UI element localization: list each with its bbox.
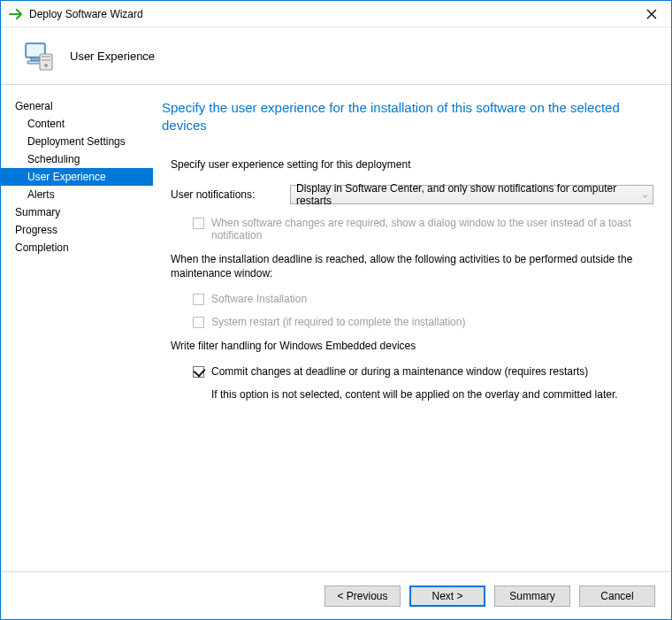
window-title: Deploy Software Wizard xyxy=(29,8,143,20)
wizard-window: Deploy Software Wizard User Experience xyxy=(0,0,672,620)
software-install-checkbox xyxy=(193,294,204,305)
section-intro: Specify user experience setting for this… xyxy=(162,158,653,171)
wizard-content: Specify the user experience for the inst… xyxy=(153,85,671,571)
system-restart-label: System restart (if required to complete … xyxy=(211,316,465,328)
sidebar-item-deployment-settings[interactable]: Deployment Settings xyxy=(1,133,153,150)
previous-button[interactable]: < Previous xyxy=(325,586,401,607)
notifications-row: User notifications: Display in Software … xyxy=(162,185,653,204)
commit-info-text: If this option is not selected, content … xyxy=(162,388,653,401)
deadline-text: When the installation deadline is reache… xyxy=(162,252,653,280)
titlebar: Deploy Software Wizard xyxy=(1,1,671,27)
cancel-button[interactable]: Cancel xyxy=(579,586,655,607)
sidebar-item-progress[interactable]: Progress xyxy=(1,221,153,239)
sidebar-item-alerts[interactable]: Alerts xyxy=(1,186,153,203)
chevron-down-icon: ⌵ xyxy=(643,190,647,199)
sidebar-item-completion[interactable]: Completion xyxy=(1,239,153,256)
embedded-heading: Write filter handling for Windows Embedd… xyxy=(162,339,653,353)
svg-rect-6 xyxy=(42,59,50,61)
svg-rect-5 xyxy=(42,56,50,57)
wizard-body: General Content Deployment Settings Sche… xyxy=(1,85,671,571)
notifications-label: User notifications: xyxy=(171,188,290,201)
sidebar-item-user-experience[interactable]: User Experience xyxy=(1,168,153,186)
computer-icon xyxy=(20,38,56,73)
commit-checkbox[interactable] xyxy=(193,366,204,378)
system-restart-checkbox-row: System restart (if required to complete … xyxy=(162,316,653,328)
sidebar-item-summary[interactable]: Summary xyxy=(1,203,153,221)
next-button[interactable]: Next > xyxy=(409,586,485,607)
dialog-checkbox-label: When software changes are required, show… xyxy=(211,217,653,241)
close-button[interactable] xyxy=(632,1,671,27)
svg-rect-2 xyxy=(31,57,40,61)
wizard-footer: < Previous Next > Summary Cancel xyxy=(1,571,671,619)
summary-button[interactable]: Summary xyxy=(494,586,570,607)
software-install-label: Software Installation xyxy=(211,293,307,305)
svg-point-7 xyxy=(44,64,48,67)
notifications-dropdown[interactable]: Display in Software Center, and only sho… xyxy=(290,185,653,204)
software-install-checkbox-row: Software Installation xyxy=(162,293,653,305)
dialog-checkbox xyxy=(193,218,204,229)
header-page-name: User Experience xyxy=(70,50,155,63)
page-heading: Specify the user experience for the inst… xyxy=(162,99,653,135)
dialog-checkbox-row: When software changes are required, show… xyxy=(162,217,653,241)
wizard-sidebar: General Content Deployment Settings Sche… xyxy=(1,85,153,571)
notifications-dropdown-value: Display in Software Center, and only sho… xyxy=(296,182,647,207)
sidebar-item-general[interactable]: General xyxy=(1,97,153,115)
sidebar-item-content[interactable]: Content xyxy=(1,115,153,133)
wizard-header: User Experience xyxy=(1,27,671,85)
commit-checkbox-row: Commit changes at deadline or during a m… xyxy=(162,365,653,378)
system-restart-checkbox xyxy=(193,317,204,328)
commit-checkbox-label: Commit changes at deadline or during a m… xyxy=(211,365,588,378)
arrow-right-icon xyxy=(8,5,26,23)
sidebar-item-scheduling[interactable]: Scheduling xyxy=(1,150,153,168)
